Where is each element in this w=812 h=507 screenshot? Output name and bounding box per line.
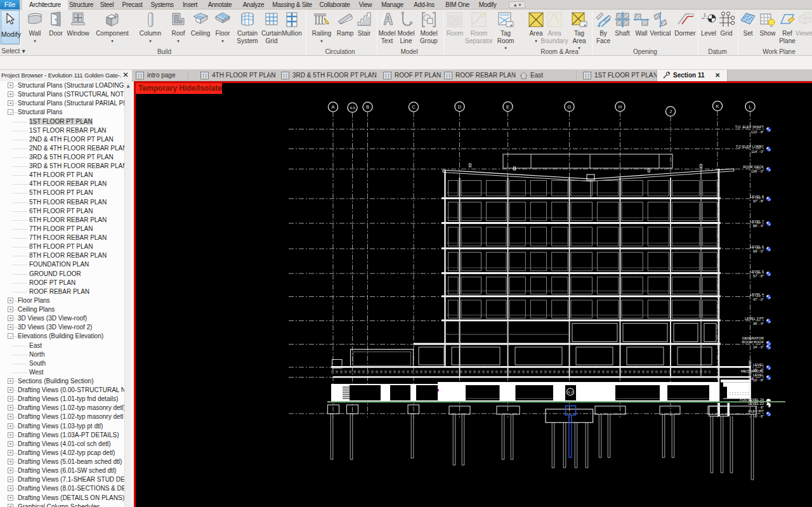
svg-text:A: A xyxy=(331,104,334,110)
svg-text:T.O ELEV LOBBY: T.O ELEV LOBBY xyxy=(736,145,764,148)
svg-text:H: H xyxy=(619,104,622,110)
svg-text:-6' - 6": -6' - 6" xyxy=(754,414,764,418)
svg-text:69' - 0": 69' - 0" xyxy=(753,249,764,253)
svg-text:D: D xyxy=(458,104,462,110)
svg-text:122' - 8": 122' - 8" xyxy=(751,130,764,134)
svg-text:LEVEL 4: LEVEL 4 xyxy=(750,293,764,296)
svg-text:97' - 8": 97' - 8" xyxy=(753,199,764,203)
svg-text:47' - 0": 47' - 0" xyxy=(753,298,764,301)
svg-text:ROOF DECK: ROOF DECK xyxy=(743,165,764,169)
svg-text:L: L xyxy=(749,104,751,110)
svg-text:J: J xyxy=(669,109,672,114)
svg-text:LEVEL 3 PT: LEVEL 3 PT xyxy=(745,317,764,320)
svg-text:LEVEL 5: LEVEL 5 xyxy=(750,270,764,273)
svg-text:1: 1 xyxy=(704,13,706,17)
svg-text:LEVEL 7: LEVEL 7 xyxy=(750,220,764,223)
svg-text:LEVEL: LEVEL xyxy=(753,363,764,367)
svg-text:89' - 4": 89' - 4" xyxy=(753,224,764,228)
svg-text:24' - 0": 24' - 0" xyxy=(753,345,764,349)
svg-text:A.5: A.5 xyxy=(350,106,355,110)
svg-text:36' - 4": 36' - 4" xyxy=(753,322,764,326)
svg-text:ROOM ROOF: ROOM ROOF xyxy=(742,340,764,344)
svg-text:LEVEL 6: LEVEL 6 xyxy=(750,245,764,249)
svg-text:114' - 0": 114' - 0" xyxy=(751,150,764,154)
svg-text:LEVEL 8: LEVEL 8 xyxy=(750,195,764,199)
svg-text:10' - 8": 10' - 8" xyxy=(753,378,764,382)
svg-text:G.2: G.2 xyxy=(568,390,573,394)
svg-text:T.O. ELEV SHAFT: T.O. ELEV SHAFT xyxy=(735,125,764,129)
svg-text:57' - 8": 57' - 8" xyxy=(753,274,764,278)
svg-text:E: E xyxy=(506,104,509,110)
svg-text:LEVEL: LEVEL xyxy=(753,373,764,377)
svg-text:K: K xyxy=(716,103,719,109)
svg-text:G: G xyxy=(568,104,572,110)
svg-text:C: C xyxy=(412,104,416,110)
svg-text:B: B xyxy=(366,104,369,110)
svg-text:106' - 0": 106' - 0" xyxy=(751,169,764,173)
